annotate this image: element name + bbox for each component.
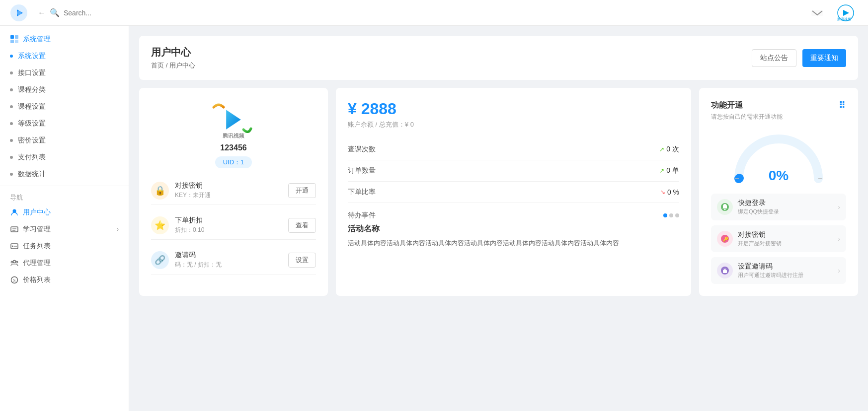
discount-btn[interactable]: 查看 bbox=[288, 218, 316, 233]
notification-dropdown-icon[interactable] bbox=[809, 5, 825, 21]
stat-label: 订单数量 bbox=[348, 166, 659, 175]
sidebar-item-label: 支付列表 bbox=[18, 153, 46, 162]
user-uid: UID：1 bbox=[215, 156, 252, 168]
svg-point-20 bbox=[11, 261, 13, 263]
page-header-actions: 站点公告 重要通知 bbox=[752, 49, 846, 67]
dot-inactive bbox=[675, 213, 679, 217]
svg-rect-34 bbox=[724, 269, 725, 273]
content-area: 用户中心 首页 / 用户中心 站点公告 重要通知 bbox=[129, 26, 868, 411]
sidebar-item-user-center[interactable]: 用户中心 bbox=[0, 204, 129, 221]
feature-discount: ⭐ 下单折扣 折扣：0.10 查看 bbox=[151, 211, 316, 240]
func-item-quick-login[interactable]: 快捷登录 绑定QQ快捷登录 › bbox=[711, 194, 846, 220]
sidebar-item-system-settings[interactable]: 系统设置 bbox=[0, 48, 129, 65]
func-list: 快捷登录 绑定QQ快捷登录 › 🔑 bbox=[711, 194, 846, 284]
stat-value-text: 0 % bbox=[667, 188, 679, 196]
sidebar-item-payment-list[interactable]: 支付列表 bbox=[0, 149, 129, 166]
pending-dots bbox=[663, 213, 679, 217]
sidebar-item-data-stats[interactable]: 数据统计 bbox=[0, 166, 129, 183]
sidebar-item-level-settings[interactable]: 等级设置 bbox=[0, 115, 129, 132]
app-logo bbox=[10, 4, 28, 22]
tencent-video-logo: 腾讯视频 bbox=[833, 4, 858, 22]
sidebar: 系统管理 系统设置 接口设置 课程分类 课程设置 等级设置 密价设置 支付列 bbox=[0, 26, 129, 411]
dot-icon bbox=[10, 105, 13, 108]
svg-point-2 bbox=[17, 11, 21, 15]
func-item-desc: 绑定QQ快捷登录 bbox=[738, 208, 838, 215]
sidebar-item-api-settings[interactable]: 接口设置 bbox=[0, 65, 129, 81]
sidebar-item-price-list[interactable]: S 价格列表 bbox=[0, 272, 129, 288]
activity-content: 活动具体内容活动具体内容活动具体内容活动具体内容活动具体内容活动具体内容活动具体… bbox=[348, 238, 679, 249]
sidebar-item-price-settings[interactable]: 密价设置 bbox=[0, 132, 129, 149]
balance-sub: 账户余额 / 总充值：¥ 0 bbox=[348, 120, 679, 129]
func-title-text: 功能开通 bbox=[711, 100, 743, 111]
invite-code-btn[interactable]: 设置 bbox=[288, 253, 316, 268]
svg-point-29 bbox=[724, 209, 726, 210]
sidebar-item-label: 密价设置 bbox=[18, 136, 46, 145]
func-item-desc: 用户可通过邀请码进行注册 bbox=[738, 272, 838, 279]
search-icon: 🔍 bbox=[50, 8, 60, 17]
share-icon: 🔗 bbox=[151, 251, 169, 269]
main-layout: 系统管理 系统设置 接口设置 课程分类 课程设置 等级设置 密价设置 支付列 bbox=[0, 26, 868, 411]
arrow-down-icon: ↘ bbox=[660, 189, 665, 196]
search-input[interactable] bbox=[64, 9, 163, 17]
back-button[interactable]: ← bbox=[38, 8, 46, 17]
sidebar-item-label: 任务列表 bbox=[23, 242, 51, 251]
stats-card: ¥ 2888 账户余额 / 总充值：¥ 0 查课次数 ↗ 0 次 订单数量 ↗ … bbox=[336, 88, 691, 296]
gift-icon bbox=[717, 263, 733, 278]
func-item-connection-key[interactable]: 🔑 对接密钥 开启产品对接密钥 › bbox=[711, 225, 846, 252]
dot-inactive bbox=[669, 213, 673, 217]
user-name: 123456 bbox=[220, 143, 246, 152]
bell-icon bbox=[717, 199, 733, 215]
breadcrumb: 首页 / 用户中心 bbox=[151, 61, 195, 70]
svg-point-19 bbox=[16, 261, 18, 263]
announcement-button[interactable]: 站点公告 bbox=[752, 49, 796, 67]
stat-row-rate: 下单比率 ↘ 0 % bbox=[348, 182, 679, 203]
svg-text:腾讯视频: 腾讯视频 bbox=[223, 133, 244, 138]
dot-icon bbox=[10, 55, 13, 58]
activity-title: 活动名称 bbox=[348, 224, 679, 234]
sidebar-section-system: 系统管理 bbox=[0, 31, 129, 48]
svg-marker-5 bbox=[843, 10, 849, 16]
feature-info-discount: 下单折扣 折扣：0.10 bbox=[175, 216, 288, 234]
chevron-right-icon: › bbox=[838, 235, 840, 243]
svg-rect-10 bbox=[15, 40, 18, 43]
func-card-subtitle: 请您按自己的需求开通功能 bbox=[711, 113, 846, 121]
page-title: 用户中心 bbox=[151, 46, 195, 59]
stat-value: ↗ 0 单 bbox=[659, 166, 679, 175]
svg-text:🔑: 🔑 bbox=[723, 236, 729, 242]
more-options-icon[interactable]: ⠿ bbox=[839, 100, 846, 111]
important-button[interactable]: 重要通知 bbox=[802, 49, 846, 67]
sidebar-item-label: 数据统计 bbox=[18, 170, 46, 179]
svg-rect-7 bbox=[10, 35, 14, 39]
breadcrumb-home: 首页 bbox=[151, 62, 164, 69]
pending-title-text: 待办事件 bbox=[348, 211, 376, 220]
gauge-container: 0% bbox=[711, 129, 846, 184]
sidebar-item-label: 用户中心 bbox=[23, 208, 51, 217]
feature-invite-code: 🔗 邀请码 码：无 / 折扣：无 设置 bbox=[151, 246, 316, 274]
price-icon: S bbox=[10, 275, 19, 284]
sidebar-item-agent-management[interactable]: 代理管理 bbox=[0, 255, 129, 272]
user-avatar: 腾讯视频 bbox=[209, 100, 258, 139]
svg-rect-12 bbox=[11, 227, 18, 232]
sidebar-item-study-management[interactable]: 学习管理 › bbox=[0, 221, 129, 238]
sidebar-item-course-category[interactable]: 课程分类 bbox=[0, 81, 129, 98]
pending-section: 待办事件 活动名称 活动具体内容活动具体内容活动具体内容活动具体内容活动具体内容… bbox=[348, 211, 679, 249]
user-card: 腾讯视频 123456 UID：1 🔒 对接密钥 KEY：未开通 开通 bbox=[139, 88, 328, 296]
connection-key-btn[interactable]: 开通 bbox=[288, 183, 316, 198]
chevron-right-icon: › bbox=[838, 267, 840, 274]
stat-value-text: 0 次 bbox=[666, 145, 679, 154]
dot-icon bbox=[10, 122, 13, 125]
svg-point-18 bbox=[13, 261, 16, 263]
breadcrumb-sep: / bbox=[166, 62, 169, 69]
sidebar-section-nav: 导航 bbox=[0, 189, 129, 204]
sidebar-section-system-label: 系统管理 bbox=[23, 35, 51, 44]
stat-value-text: 0 单 bbox=[666, 166, 679, 175]
func-item-desc: 开启产品对接密钥 bbox=[738, 240, 838, 247]
chevron-right-icon: › bbox=[838, 203, 840, 211]
svg-point-16 bbox=[12, 246, 13, 247]
sidebar-item-task-list[interactable]: 任务列表 bbox=[0, 238, 129, 255]
func-item-invite-code[interactable]: 设置邀请码 用户可通过邀请码进行注册 › bbox=[711, 257, 846, 284]
sidebar-item-course-settings[interactable]: 课程设置 bbox=[0, 98, 129, 115]
key-icon: 🔑 bbox=[717, 231, 733, 247]
svg-rect-8 bbox=[15, 35, 18, 39]
sidebar-item-label: 系统设置 bbox=[18, 52, 46, 61]
